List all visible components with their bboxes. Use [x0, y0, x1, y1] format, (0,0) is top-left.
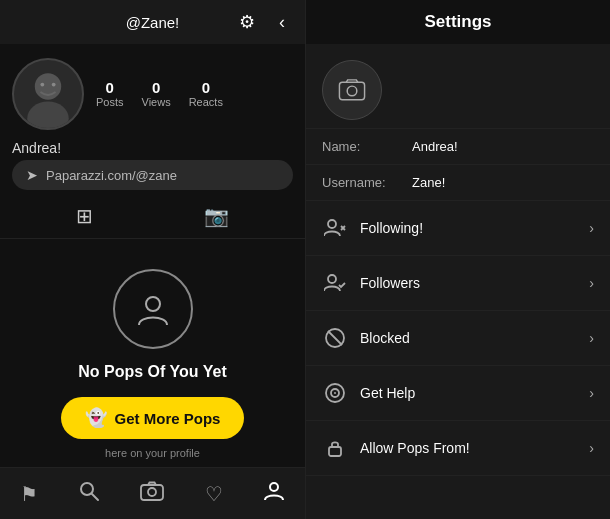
profile-name: Andrea!: [12, 140, 305, 156]
svg-point-9: [148, 488, 156, 496]
menu-item-following[interactable]: Following! ›: [306, 201, 610, 256]
stat-views: 0 Views: [142, 79, 171, 108]
right-top-bar: Settings: [306, 0, 610, 44]
empty-posts-text: No Pops Of You Yet: [78, 363, 226, 381]
reacts-label: Reacts: [189, 96, 223, 108]
get-help-chevron-icon: ›: [589, 385, 594, 401]
get-pops-label: Get More Pops: [115, 410, 221, 427]
followers-label: Followers: [360, 275, 420, 291]
svg-point-15: [328, 275, 336, 283]
allow-pops-chevron-icon: ›: [589, 440, 594, 456]
link-arrow-icon: ➤: [26, 167, 38, 183]
svg-point-5: [146, 297, 160, 311]
camera-nav-icon[interactable]: [140, 481, 164, 506]
get-help-label: Get Help: [360, 385, 415, 401]
link-bar[interactable]: ➤ Paparazzi.com/@zane: [12, 160, 293, 190]
name-label: Name:: [322, 139, 412, 154]
search-nav-icon[interactable]: [78, 480, 100, 507]
svg-point-10: [270, 483, 278, 491]
heart-nav-icon[interactable]: ♡: [205, 482, 223, 506]
following-icon: [322, 215, 348, 241]
camera-tab-icon[interactable]: 📷: [204, 204, 229, 228]
svg-point-20: [334, 392, 336, 394]
stats-row: 0 Posts 0 Views 0 Reacts: [96, 79, 223, 108]
profile-stats: 0 Posts 0 Views 0 Reacts: [96, 79, 223, 110]
grid-icon[interactable]: ⊞: [76, 204, 93, 228]
pops-subtext: here on your profile: [105, 447, 200, 459]
views-count: 0: [152, 79, 160, 96]
username-value: Zane!: [412, 175, 445, 190]
views-label: Views: [142, 96, 171, 108]
get-more-pops-button[interactable]: 👻 Get More Pops: [61, 397, 245, 439]
posts-count: 0: [106, 79, 114, 96]
reacts-count: 0: [202, 79, 210, 96]
svg-point-4: [52, 83, 56, 87]
top-bar-username: @Zane!: [126, 14, 180, 31]
settings-title: Settings: [424, 12, 491, 32]
followers-chevron-icon: ›: [589, 275, 594, 291]
bottom-nav: ⚑ ♡: [0, 467, 305, 519]
lock-icon: [322, 435, 348, 461]
stat-posts: 0 Posts: [96, 79, 124, 108]
name-value: Andrea!: [412, 139, 458, 154]
following-label: Following!: [360, 220, 423, 236]
svg-point-11: [323, 61, 381, 119]
menu-item-allow-pops[interactable]: Allow Pops From! ›: [306, 421, 610, 476]
username-field: Username: Zane!: [306, 165, 610, 201]
person-nav-icon[interactable]: [263, 480, 285, 507]
blocked-label: Blocked: [360, 330, 410, 346]
followers-icon: [322, 270, 348, 296]
tabs-row: ⊞ 📷: [0, 194, 305, 239]
svg-line-17: [328, 331, 342, 345]
name-field: Name: Andrea!: [306, 129, 610, 165]
svg-point-14: [328, 220, 336, 228]
avatar: [12, 58, 84, 130]
stat-reacts: 0 Reacts: [189, 79, 223, 108]
svg-point-3: [40, 83, 44, 87]
posts-label: Posts: [96, 96, 124, 108]
svg-point-6: [81, 483, 93, 495]
following-chevron-icon: ›: [589, 220, 594, 236]
flag-nav-icon[interactable]: ⚑: [20, 482, 38, 506]
gear-icon[interactable]: ⚙: [239, 11, 255, 33]
snapchat-ghost-icon: 👻: [85, 407, 107, 429]
profile-link: Paparazzi.com/@zane: [46, 168, 177, 183]
blocked-icon: [322, 325, 348, 351]
username-label: Username:: [322, 175, 412, 190]
allow-pops-label: Allow Pops From!: [360, 440, 470, 456]
right-profile-preview: [306, 44, 610, 129]
menu-item-get-help[interactable]: Get Help ›: [306, 366, 610, 421]
right-avatar: [322, 60, 382, 120]
help-icon: [322, 380, 348, 406]
svg-line-7: [92, 494, 98, 500]
menu-item-blocked[interactable]: Blocked ›: [306, 311, 610, 366]
menu-item-followers[interactable]: Followers ›: [306, 256, 610, 311]
profile-section: 0 Posts 0 Views 0 Reacts: [0, 44, 305, 138]
back-icon[interactable]: ‹: [279, 12, 285, 33]
left-panel: @Zane! ⚙ ‹ 0 Posts 0: [0, 0, 305, 519]
top-bar: @Zane! ⚙ ‹: [0, 0, 305, 44]
empty-circle: [113, 269, 193, 349]
right-panel: Settings Name: Andrea! Username: Zane!: [305, 0, 610, 519]
blocked-chevron-icon: ›: [589, 330, 594, 346]
svg-rect-21: [329, 447, 341, 456]
empty-posts-section: No Pops Of You Yet 👻 Get More Pops here …: [0, 239, 305, 469]
